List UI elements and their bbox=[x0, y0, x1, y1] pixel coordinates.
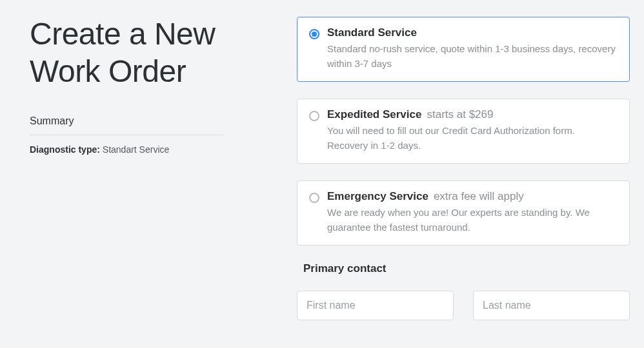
radio-unchecked-icon bbox=[309, 111, 319, 121]
option-title: Emergency Service bbox=[327, 190, 428, 203]
service-option-expedited[interactable]: Expedited Service starts at $269 You wil… bbox=[297, 99, 630, 164]
option-title: Standard Service bbox=[327, 26, 417, 39]
option-description: You will need to fill out our Credit Car… bbox=[327, 124, 616, 153]
page-title: Create a New Work Order bbox=[30, 15, 239, 90]
option-description: We are ready when you are! Our experts a… bbox=[327, 206, 616, 235]
option-title: Expedited Service bbox=[327, 108, 421, 121]
diagnostic-type-label: Diagnostic type: bbox=[30, 144, 100, 155]
radio-unchecked-icon bbox=[309, 193, 319, 203]
option-suffix: starts at $269 bbox=[427, 108, 493, 121]
last-name-input[interactable] bbox=[473, 291, 630, 320]
summary-heading: Summary bbox=[30, 115, 223, 135]
service-option-emergency[interactable]: Emergency Service extra fee will apply W… bbox=[297, 180, 630, 246]
option-suffix: extra fee will apply bbox=[434, 190, 524, 203]
service-option-standard[interactable]: Standard Service Standard no-rush servic… bbox=[297, 17, 630, 82]
first-name-input[interactable] bbox=[297, 291, 454, 320]
diagnostic-type-value: Standart Service bbox=[103, 144, 170, 155]
primary-contact-heading: Primary contact bbox=[303, 262, 630, 275]
radio-checked-icon bbox=[309, 29, 319, 39]
diagnostic-type-row: Diagnostic type: Standart Service bbox=[30, 144, 239, 155]
option-description: Standard no-rush service, quote within 1… bbox=[327, 42, 616, 71]
